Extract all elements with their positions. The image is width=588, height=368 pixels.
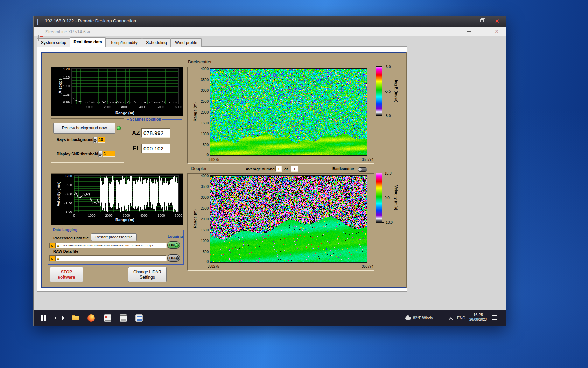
axis-tick-label: 2000 (193, 110, 209, 114)
axis-tick-label: 500 (193, 143, 209, 147)
folder-icon (72, 316, 79, 320)
snr-threshold-spinner[interactable] (98, 151, 102, 157)
tab-temp-humidity[interactable]: Temp/humidity (106, 38, 142, 47)
processed-logging-switch[interactable]: ON (167, 241, 180, 249)
minimize-icon (467, 31, 471, 32)
el-value-field[interactable]: 000.102 (141, 144, 170, 153)
action-center-button[interactable] (492, 315, 497, 321)
restore-icon (480, 19, 484, 22)
spin-down-icon[interactable] (98, 154, 102, 157)
axis-tick-label: 2000 (101, 213, 117, 217)
weather-widget[interactable]: 82°F Windy (405, 316, 433, 320)
rdp-titlebar[interactable]: 192.168.0.122 - Remote Desktop Connectio… (0, 0, 588, 6)
change-lidar-settings-button[interactable]: Change LiDAR Settings (128, 267, 167, 282)
average-number-label: Average number (246, 167, 276, 171)
spin-up-icon[interactable] (93, 137, 97, 140)
rdp-close-button[interactable]: × (489, 16, 505, 26)
app-minimize-button[interactable] (463, 28, 475, 35)
axis-tick-label: 5.00 (57, 174, 72, 178)
average-number-field[interactable]: 1 (275, 166, 282, 172)
rays-in-background-field[interactable]: 10 (98, 137, 105, 143)
axis-tick-label: 0 (64, 105, 79, 109)
axis-tick-label: 0.99 (54, 100, 70, 104)
axis-tick-label: 4000 (193, 174, 209, 178)
processed-file-path-field[interactable]: C:\LiDAR\Data\Proc\2023\202308\20230826\… (55, 243, 167, 248)
axis-tick-label: 6000 (171, 105, 186, 109)
document-app-button[interactable] (132, 311, 146, 325)
app-restore-button[interactable] (476, 28, 489, 35)
colorbar-tick (382, 222, 384, 223)
switch-label: OFF (169, 256, 176, 260)
axis-tick-label: 3000 (193, 89, 209, 93)
spin-up-icon[interactable] (98, 151, 102, 154)
rdp-maximize-button[interactable] (475, 16, 489, 26)
file-explorer-button[interactable] (68, 311, 82, 325)
axis-tick-label: 1000 (84, 213, 99, 217)
tab-system-setup[interactable]: System setup (37, 38, 70, 47)
axis-tick-label: 1000 (193, 239, 209, 243)
axis-tick-label: 358275 (208, 158, 219, 162)
axis-tick-label: -10.0 (385, 220, 393, 224)
backscatter-toggle[interactable] (358, 167, 368, 172)
tray-expand-button[interactable] (449, 317, 452, 321)
task-view-button[interactable] (52, 311, 66, 325)
clock-date[interactable]: 26/08/2023 (465, 318, 491, 321)
raw-file-path-field[interactable] (55, 255, 167, 261)
renew-background-button[interactable]: Renew background now (53, 123, 115, 134)
backscatter-toggle-label: Backscatter (332, 166, 354, 171)
tab-wind-profile[interactable]: Wind profile (171, 38, 202, 47)
axis-tick-label: 3000 (117, 105, 133, 109)
spin-down-icon[interactable] (93, 140, 97, 143)
axis-tick-label: 358275 (208, 265, 219, 268)
axis-tick-label: 3500 (193, 78, 209, 82)
tab-scheduling[interactable]: Scheduling (142, 38, 171, 47)
scanner-position-border (127, 119, 182, 162)
clock-time[interactable]: 16:25 (468, 313, 489, 317)
app-titlebar[interactable] (34, 27, 506, 36)
raw-drive-selector[interactable]: C (49, 255, 55, 261)
snr-threshold-field[interactable]: 1 (103, 151, 115, 157)
firefox-button[interactable] (84, 311, 98, 325)
restore-icon (481, 30, 484, 33)
tab-label: Temp/humidity (110, 40, 137, 45)
processed-data-file-label: Processed Data file (53, 236, 89, 240)
weather-cloud-icon (405, 317, 411, 320)
raw-logging-switch[interactable]: OFF (167, 254, 180, 262)
close-icon: × (495, 18, 499, 25)
folder-mini-icon (57, 258, 59, 260)
start-button[interactable] (36, 311, 50, 325)
velocity-x-axis-label: Range (m) (97, 218, 153, 222)
colorbar-tick (382, 173, 384, 173)
axis-tick-label: -2.50 (57, 201, 72, 205)
doppler-section-title: Doppler (191, 166, 207, 171)
labview-app-button[interactable] (100, 311, 114, 325)
restart-processed-file-button[interactable]: Restart processed file (91, 233, 137, 241)
scan-schedule-app-button[interactable] (116, 311, 130, 325)
language-indicator[interactable]: ENG (457, 316, 465, 320)
colorbar-tick (382, 116, 384, 116)
stop-software-button[interactable]: STOP software (50, 267, 83, 282)
button-label: Restart processed file (95, 235, 132, 239)
axis-tick-label: 1000 (82, 105, 97, 109)
axis-tick-label: 0 (66, 213, 82, 217)
app-close-button[interactable]: × (489, 28, 504, 35)
axis-tick-label: 5000 (153, 105, 168, 109)
axis-tick-label: 1.15 (54, 75, 70, 79)
tab-real-time-data[interactable]: Real time data (70, 37, 106, 47)
az-value-field[interactable]: 078.992 (141, 128, 170, 138)
average-of-field[interactable]: 1 (291, 166, 298, 172)
doppler-colorbar-gradient (376, 173, 382, 223)
data-logging-title: Data Logging (52, 227, 78, 232)
rays-in-background-spinner[interactable] (93, 137, 97, 143)
rdp-minimize-button[interactable] (462, 16, 475, 26)
renew-background-led (117, 126, 121, 130)
rdp-window: 192.168.0.122 - Remote Desktop Connectio… (0, 0, 588, 13)
labview-icon (104, 314, 111, 322)
processed-drive-selector[interactable]: C (49, 243, 55, 248)
backscatter-section-title: Backscatter (188, 59, 212, 64)
axis-tick-label: 1.20 (54, 67, 70, 71)
el-label: EL (133, 145, 140, 152)
axis-tick-label: 1.05 (54, 93, 70, 96)
axis-tick-label: 4000 (135, 105, 150, 109)
active-app-underline (133, 325, 145, 325)
